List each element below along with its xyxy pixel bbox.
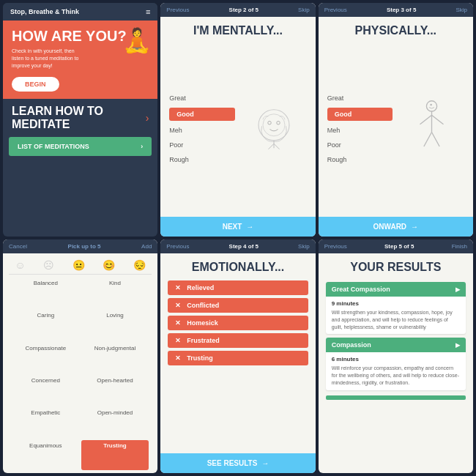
svg-point-2: [268, 122, 272, 125]
result-header-1[interactable]: Great Compassion ▶: [326, 282, 466, 297]
emotion-empathetic[interactable]: Empathetic: [12, 407, 80, 437]
screen-mental: Previous Step 2 of 5 Skip I'M MENTALLY..…: [160, 3, 315, 237]
physical-options: Great Good Meh Poor Rough: [327, 47, 393, 211]
choice-label-1: Relieved: [187, 284, 214, 291]
learn-arrow[interactable]: ›: [146, 112, 149, 124]
choice-frustrated[interactable]: ✕ Frustrated: [168, 333, 308, 348]
result-title-2: Compassion: [332, 341, 371, 349]
svg-line-12: [431, 132, 439, 146]
emotion-balanced[interactable]: Balanced: [12, 278, 80, 308]
svg-point-1: [263, 114, 285, 136]
emotion-equanimous[interactable]: Equanimous: [12, 440, 80, 470]
option-meh[interactable]: Meh: [169, 125, 235, 135]
screen-physical: Previous Step 3 of 5 Skip PHYSICALLY... …: [319, 3, 473, 237]
emotion-nonjudgmental[interactable]: Non-judgmental: [81, 343, 149, 373]
onward-label: ONWARD: [373, 223, 407, 231]
choice-relieved[interactable]: ✕ Relieved: [168, 280, 308, 295]
nav-prev-2[interactable]: Previous: [166, 7, 189, 13]
onward-button[interactable]: ONWARD →: [319, 217, 473, 237]
emotion-compassionate[interactable]: Compassionate: [12, 343, 80, 373]
result-body-1: 9 minutes Will strengthen your kindness,…: [326, 297, 466, 334]
nav-skip-2[interactable]: Skip: [298, 7, 310, 13]
emotion-caring[interactable]: Caring: [12, 310, 80, 340]
play-icon-1[interactable]: ▶: [455, 286, 460, 293]
cancel-button[interactable]: Cancel: [9, 243, 27, 250]
emotion-trusting-selected[interactable]: Trusting: [81, 440, 149, 470]
list-meditations-button[interactable]: LIST OF MEDITATIONS ›: [9, 137, 152, 156]
phys-meh[interactable]: Meh: [327, 125, 393, 135]
option-great[interactable]: Great: [169, 93, 235, 103]
mental-content: Great Good Meh Poor Rough: [160, 41, 315, 217]
choice-homesick[interactable]: ✕ Homesick: [168, 316, 308, 330]
nav-bar-3: Previous Step 3 of 5 Skip: [319, 3, 473, 17]
play-icon-2[interactable]: ▶: [455, 342, 460, 349]
face-icon-2: ☹: [43, 259, 54, 271]
next-button-2[interactable]: NEXT →: [160, 217, 315, 237]
choice-label-2: Conflicted: [187, 302, 219, 309]
see-results-arrow: →: [261, 459, 269, 467]
nav-bar-6: Previous Step 5 of 5 Finish: [319, 239, 473, 253]
face-icon-4: 😊: [103, 259, 115, 271]
emotion-concerned[interactable]: Concerned: [12, 375, 80, 405]
choice-label-3: Homesick: [187, 319, 218, 327]
emotional-heading: EMOTIONALLY...: [160, 253, 315, 278]
result-desc-2: Will reinforce your compassion, empathy …: [332, 365, 460, 386]
phys-poor[interactable]: Poor: [327, 140, 393, 150]
nav-prev-5[interactable]: Previous: [166, 243, 189, 250]
top-bar: Stop, Breathe & Think ≡: [3, 3, 157, 21]
nav-skip-3[interactable]: Skip: [455, 7, 467, 13]
menu-icon[interactable]: ≡: [146, 7, 150, 16]
svg-point-13: [430, 104, 432, 106]
x-icon-2: ✕: [175, 302, 181, 309]
choice-label-5: Trusting: [187, 354, 213, 362]
svg-line-10: [431, 115, 443, 124]
result-item-3-preview: [326, 395, 466, 400]
hero-heading: HOW ARE YOU?: [12, 28, 127, 44]
nav-bar-5: Previous Step 4 of 5 Skip: [160, 239, 315, 253]
screen-emotional: Previous Step 4 of 5 Skip EMOTIONALLY...…: [160, 239, 315, 473]
onward-arrow: →: [411, 223, 418, 231]
emotion-kind[interactable]: Kind: [81, 278, 149, 308]
screen-results: Previous Step 5 of 5 Finish YOUR RESULTS…: [319, 239, 473, 473]
result-header-2[interactable]: Compassion ▶: [326, 338, 466, 352]
result-body-2: 6 minutes Will reinforce your compassion…: [326, 352, 466, 390]
face-icon-5: 😔: [133, 259, 146, 271]
result-title-1: Great Compassion: [332, 286, 390, 293]
choice-trusting[interactable]: ✕ Trusting: [168, 351, 308, 365]
phys-good-selected[interactable]: Good: [327, 108, 393, 121]
option-good-selected[interactable]: Good: [169, 108, 235, 121]
phys-great[interactable]: Great: [327, 93, 393, 103]
results-heading: YOUR RESULTS: [319, 253, 473, 278]
physical-illustration: [398, 47, 464, 211]
nav-bar-2: Previous Step 2 of 5 Skip: [160, 3, 315, 17]
begin-button[interactable]: BEGIN: [12, 77, 59, 92]
physical-content: Great Good Meh Poor Rough: [319, 41, 473, 217]
nav-skip-5[interactable]: Skip: [298, 243, 310, 250]
hero-subtext: Check in with yourself, then listen to a…: [12, 48, 85, 69]
emotion-icon-row: ☺ ☹ 😐 😊 😔: [3, 253, 157, 274]
results-content: Great Compassion ▶ 9 minutes Will streng…: [319, 278, 473, 473]
nav-prev-6[interactable]: Previous: [324, 243, 347, 250]
pick-title: Pick up to 5: [68, 243, 101, 250]
option-poor[interactable]: Poor: [169, 140, 235, 150]
emotion-grid: Balanced Kind Caring Loving Compassionat…: [3, 275, 157, 473]
screen-home: Stop, Breathe & Think ≡ 🧘 HOW ARE YOU? C…: [3, 3, 157, 237]
see-results-button[interactable]: SEE RESULTS →: [160, 453, 315, 473]
nav-finish-6[interactable]: Finish: [452, 243, 467, 250]
pick-bar: Cancel Pick up to 5 Add: [3, 239, 157, 253]
option-rough[interactable]: Rough: [169, 155, 235, 165]
learn-heading: LEARN HOW TO MEDITATE: [12, 105, 146, 130]
face-icon-1: ☺: [15, 259, 25, 271]
choice-conflicted[interactable]: ✕ Conflicted: [168, 298, 308, 313]
phys-rough[interactable]: Rough: [327, 155, 393, 165]
emotion-openhearted[interactable]: Open-hearted: [81, 375, 149, 405]
nav-prev-3[interactable]: Previous: [324, 7, 347, 13]
step-label-3: Step 3 of 5: [387, 7, 416, 13]
add-button[interactable]: Add: [141, 243, 152, 250]
svg-line-9: [420, 115, 431, 124]
emotion-loving[interactable]: Loving: [81, 310, 149, 340]
svg-line-11: [423, 132, 431, 146]
emotion-openminded[interactable]: Open-minded: [81, 407, 149, 437]
next-label-2: NEXT: [223, 223, 242, 231]
hero-section: 🧘 HOW ARE YOU? Check in with yourself, t…: [3, 21, 157, 99]
